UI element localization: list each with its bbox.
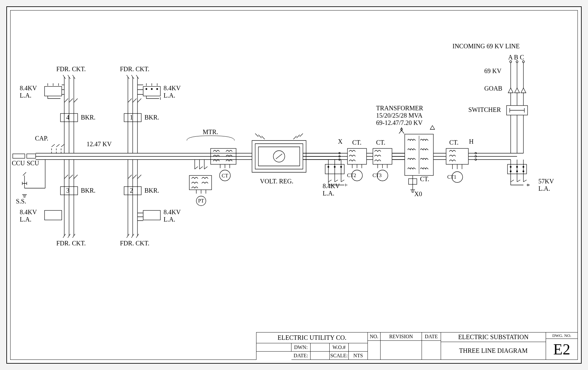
- fdr2-ckt: FDR. CKT.: [120, 240, 149, 247]
- phase-labels: A B C: [508, 54, 524, 61]
- scale-label: SCALE:: [330, 352, 349, 360]
- xfmr-label-3: 69-12.47/7.20 KV: [376, 119, 423, 126]
- drawing-title-1: ELECTRIC SUBSTATION: [441, 332, 546, 342]
- hv-lightning-arrester: [508, 160, 529, 186]
- fdr4-ckt: FDR. CKT.: [56, 65, 86, 72]
- incoming-line-label: INCOMING 69 KV LINE: [452, 43, 520, 50]
- svg-point-28: [334, 166, 335, 168]
- drawing-title-2: THREE LINE DIAGRAM: [441, 342, 546, 360]
- rev-no-header: NO.: [368, 332, 381, 341]
- svg-rect-47: [27, 154, 36, 158]
- la4-kv: 8.4KV: [20, 85, 37, 92]
- dwg-no-value: E2: [546, 339, 578, 360]
- la3-la: L.A.: [20, 216, 32, 223]
- svg-rect-45: [45, 210, 62, 220]
- svg-rect-21: [347, 148, 367, 164]
- dwn-label: DWN:: [291, 343, 311, 352]
- ccu-label: CCU: [12, 160, 25, 167]
- ct1-text: CT1: [447, 174, 456, 180]
- ct-label-3: CT.: [376, 139, 385, 146]
- bkr4-label: BKR.: [81, 114, 95, 121]
- ct-label-2: CT.: [352, 139, 361, 146]
- la3-kv: 8.4KV: [20, 209, 37, 216]
- svg-point-8: [510, 166, 511, 168]
- svg-point-12: [516, 171, 518, 172]
- mtr-label: MTR.: [203, 128, 218, 135]
- ss-label: S.S.: [16, 198, 26, 205]
- lv-la-kv: 8.4KV: [323, 182, 340, 189]
- cap-label: CAP.: [35, 135, 48, 142]
- svg-rect-43: [143, 210, 160, 220]
- company-name: ELECTRIC UTILITY CO.: [256, 332, 368, 343]
- la2-la: L.A.: [164, 216, 175, 223]
- metering-ct: [187, 136, 236, 181]
- cap-bank: [13, 144, 64, 160]
- rev-date-header: DATE: [422, 332, 441, 341]
- x-label: X: [338, 138, 343, 145]
- scu-label: SCU: [27, 160, 39, 167]
- xfmr-label-1: TRANSFORMER: [376, 105, 423, 112]
- la1-kv: 8.4KV: [164, 85, 181, 92]
- svg-point-0: [510, 61, 512, 63]
- feeder-2: [124, 160, 160, 238]
- bkr3-label: BKR.: [81, 187, 95, 194]
- svg-rect-46: [13, 154, 25, 158]
- bus-kv-label: 12.47 KV: [87, 140, 112, 147]
- goab-label: GOAB: [484, 85, 502, 92]
- hv-la-kv: 57KV: [538, 178, 554, 185]
- svg-point-27: [328, 166, 329, 168]
- feeder-4: [45, 75, 78, 153]
- la1-la: L.A.: [164, 92, 175, 99]
- schematic-canvas: INCOMING 69 KV LINE A B C 69 KV GOAB SWI…: [7, 7, 581, 363]
- power-transformer: [392, 126, 446, 192]
- x0-label: X0: [414, 190, 422, 197]
- svg-point-1: [516, 61, 518, 63]
- la4-la: L.A.: [20, 92, 32, 99]
- ct-label-x0: CT.: [420, 175, 429, 182]
- ct2-text: CT2: [347, 173, 356, 178]
- date-label: DATE:: [291, 352, 311, 360]
- svg-point-9: [516, 166, 518, 168]
- svg-point-2: [522, 61, 524, 63]
- lv-la-la: L.A.: [323, 190, 334, 197]
- nts-value: NTS: [349, 352, 368, 360]
- svg-point-11: [510, 171, 511, 172]
- bkr2-num: 2: [130, 187, 133, 194]
- svg-point-39: [157, 88, 158, 90]
- feeder-3: [45, 160, 78, 238]
- lv-bus: [45, 153, 211, 160]
- ct-text: CT: [222, 173, 228, 178]
- svg-point-38: [151, 88, 152, 90]
- pt-text: PT: [198, 198, 204, 203]
- bkr2-label: BKR.: [144, 187, 159, 194]
- bkr1-num: 1: [130, 114, 133, 121]
- svg-rect-41: [45, 86, 62, 96]
- hv-bus: [475, 153, 524, 161]
- bkr4-num: 4: [66, 114, 69, 121]
- xfmr-label-2: 15/20/25/28 MVA: [376, 112, 423, 119]
- svg-rect-36: [143, 86, 160, 96]
- fdr3-ckt: FDR. CKT.: [56, 240, 86, 247]
- hv-kv-label: 69 KV: [484, 67, 501, 74]
- bkr3-num: 3: [66, 187, 69, 194]
- ct-label-hv: CT.: [449, 139, 458, 146]
- incoming-line: [507, 61, 528, 153]
- fdr1-ckt: FDR. CKT.: [120, 65, 149, 72]
- svg-point-10: [523, 166, 524, 168]
- rev-header: REVISION: [381, 332, 422, 341]
- dwg-no-header: DWG. NO.: [546, 332, 578, 339]
- svg-point-37: [146, 88, 147, 90]
- switcher-label: SWITCHER: [468, 106, 501, 113]
- h-label: H: [469, 138, 473, 145]
- drawing-frame: INCOMING 69 KV LINE A B C 69 KV GOAB SWI…: [6, 6, 582, 364]
- svg-point-13: [523, 171, 524, 172]
- ct3-text: CT3: [373, 173, 382, 178]
- wo-label: W.O.#: [330, 343, 349, 352]
- hv-la-la: L.A.: [538, 185, 550, 192]
- title-block: ELECTRIC UTILITY CO. DWN: W.O.# DATE: SC…: [256, 332, 578, 360]
- volt-reg-label: VOLT. REG.: [260, 178, 293, 185]
- svg-rect-19: [373, 148, 392, 164]
- la2-kv: 8.4KV: [164, 209, 181, 216]
- svg-point-29: [340, 166, 342, 168]
- bkr1-label: BKR.: [144, 114, 159, 121]
